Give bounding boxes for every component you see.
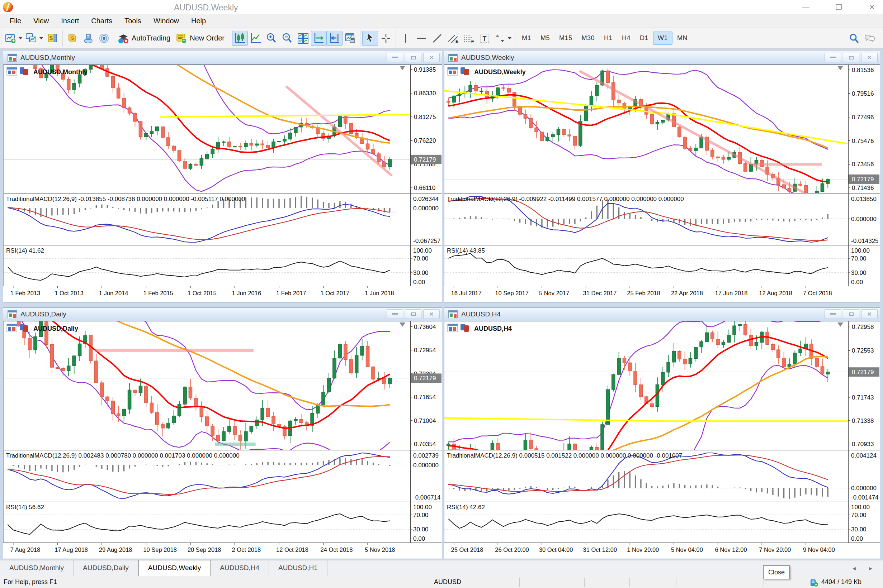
svg-text:0.000000: 0.000000 <box>413 462 439 469</box>
timeframe-d1[interactable]: D1 <box>635 32 653 45</box>
chart-minimize-button[interactable] <box>824 309 841 319</box>
svg-text:0.013850: 0.013850 <box>851 196 877 202</box>
status-separator <box>720 578 720 587</box>
chart-window-titlebar[interactable]: AUDUSD,Weekly✕ <box>444 51 880 64</box>
chart-shift-button[interactable] <box>327 31 343 46</box>
menu-file[interactable]: File <box>4 17 27 25</box>
trendline-button[interactable] <box>429 31 445 46</box>
minimize-icon[interactable]: — <box>800 3 811 12</box>
svg-text:0.81536: 0.81536 <box>852 67 874 74</box>
tab-audusd-daily[interactable]: AUDUSD,Daily <box>74 560 138 576</box>
auto-scroll-button[interactable] <box>311 31 327 46</box>
timeframe-m5[interactable]: M5 <box>536 32 555 45</box>
zoom-out-button[interactable] <box>280 31 295 46</box>
chart-canvas[interactable]: AUDUSD,H40.729580.725530.721480.717430.7… <box>444 321 880 559</box>
date-label: 17 Aug 2018 <box>54 546 88 553</box>
new-chart-button[interactable] <box>3 31 24 46</box>
date-label: 5 Nov 2018 <box>365 546 395 553</box>
svg-text:0.70354: 0.70354 <box>414 441 436 447</box>
candles-button[interactable] <box>232 31 248 46</box>
text-button[interactable]: T <box>477 31 492 46</box>
svg-text:70.00: 70.00 <box>413 255 429 262</box>
zoom-in-button[interactable] <box>263 31 280 46</box>
date-label: 31 Oct 12:00 <box>583 546 617 553</box>
svg-text:0.004124: 0.004124 <box>851 452 877 459</box>
menu-tools[interactable]: Tools <box>118 17 147 25</box>
templates-button[interactable] <box>343 31 358 46</box>
timeframe-m15[interactable]: M15 <box>555 32 577 45</box>
chart-close-button[interactable]: ✕ <box>423 309 440 319</box>
chart-window-titlebar[interactable]: AUDUSD,Monthly✕ <box>3 51 442 64</box>
restore-icon[interactable]: ❐ <box>833 3 844 12</box>
timeframe-h1[interactable]: H1 <box>599 32 617 45</box>
vline-button[interactable] <box>398 31 414 46</box>
autotrading-button[interactable]: AutoTrading <box>116 31 174 46</box>
menu-window[interactable]: Window <box>147 17 185 25</box>
date-label: 1 Jun 2018 <box>365 290 394 296</box>
timeframe-m1[interactable]: M1 <box>517 32 536 45</box>
svg-text:0.66110: 0.66110 <box>414 184 435 191</box>
tile-windows-button[interactable] <box>295 31 311 46</box>
chart-restore-button[interactable] <box>843 309 859 319</box>
chart-close-button[interactable]: ✕ <box>861 309 878 319</box>
close-icon[interactable]: ✕ <box>866 3 877 12</box>
timeframe-w1[interactable]: W1 <box>653 32 672 45</box>
date-label: 16 Jul 2017 <box>451 290 482 296</box>
chart-canvas[interactable]: AUDUSD,Monthly0.913850.863300.812750.762… <box>3 64 442 302</box>
date-label: 6 Nov 12:00 <box>715 546 747 553</box>
tab-audusd-weekly[interactable]: AUDUSD,Weekly <box>138 560 211 576</box>
timeframe-mn[interactable]: MN <box>672 32 692 45</box>
chart-close-button[interactable]: ✕ <box>423 52 440 62</box>
date-label: 24 Oct 2018 <box>320 546 353 553</box>
chart-legend: AUDUSD,H4 <box>474 325 512 332</box>
timeframe-h4[interactable]: H4 <box>617 32 635 45</box>
chart-window-titlebar[interactable]: AUDUSD,H4✕ <box>444 308 880 321</box>
chart-icon <box>8 54 17 62</box>
profiles-button[interactable] <box>24 31 45 46</box>
channel-button[interactable]: E <box>445 31 461 46</box>
chart-minimize-button[interactable] <box>387 309 403 319</box>
crosshair-button[interactable] <box>378 31 394 46</box>
status-help-text: For Help, press F1 <box>4 578 57 586</box>
tab-audusd-h4[interactable]: AUDUSD,H4 <box>211 560 269 576</box>
line-chart-button[interactable] <box>248 31 263 46</box>
svg-text:0.70933: 0.70933 <box>852 441 874 447</box>
chart-restore-button[interactable] <box>405 309 421 319</box>
new-order-button[interactable]: New Order <box>174 31 228 46</box>
cursor-button[interactable] <box>362 31 378 46</box>
timeframe-m30[interactable]: M30 <box>577 32 599 45</box>
menu-insert[interactable]: Insert <box>55 17 85 25</box>
tab-audusd-h1[interactable]: AUDUSD,H1 <box>269 560 328 576</box>
history-button[interactable]: 5 <box>65 31 80 46</box>
signals-button[interactable] <box>96 31 112 46</box>
svg-text:E: E <box>456 39 458 44</box>
hline-button[interactable] <box>414 31 429 46</box>
svg-text:70.00: 70.00 <box>851 255 866 262</box>
data-window-button[interactable] <box>80 31 96 46</box>
close-tooltip[interactable]: Close <box>763 566 790 579</box>
date-label: 30 Oct 04:00 <box>539 546 573 553</box>
market-watch-button[interactable]: $ <box>45 31 61 46</box>
fibo-button[interactable]: F <box>461 31 477 46</box>
menu-charts[interactable]: Charts <box>85 17 118 25</box>
arrows-button[interactable] <box>492 31 513 46</box>
chart-minimize-button[interactable] <box>387 52 403 62</box>
date-label: 26 Oct 20:00 <box>495 546 529 553</box>
chart-close-button[interactable]: ✕ <box>861 52 878 62</box>
svg-text:0.76220: 0.76220 <box>414 137 436 144</box>
svg-text:100.00: 100.00 <box>851 247 870 254</box>
search-button[interactable] <box>846 31 862 46</box>
chat-button[interactable] <box>862 31 878 46</box>
chart-legend: AUDUSD,Monthly <box>33 69 87 76</box>
tab-audusd-monthly[interactable]: AUDUSD,Monthly <box>0 560 74 576</box>
chart-window-titlebar[interactable]: AUDUSD,Daily✕ <box>3 308 442 321</box>
chart-minimize-button[interactable] <box>824 52 841 62</box>
menu-view[interactable]: View <box>27 17 55 25</box>
svg-text:0.77496: 0.77496 <box>852 114 874 121</box>
chart-canvas[interactable]: AUDUSD,Daily0.736040.729540.723040.71654… <box>3 321 442 559</box>
chart-restore-button[interactable] <box>843 52 859 62</box>
tab-scroll-arrows[interactable]: ◂ ▸ <box>853 564 878 572</box>
chart-restore-button[interactable] <box>405 52 421 62</box>
menu-help[interactable]: Help <box>185 17 212 25</box>
chart-canvas[interactable]: AUDUSD,Weekly0.815360.795160.774960.7547… <box>444 64 880 302</box>
